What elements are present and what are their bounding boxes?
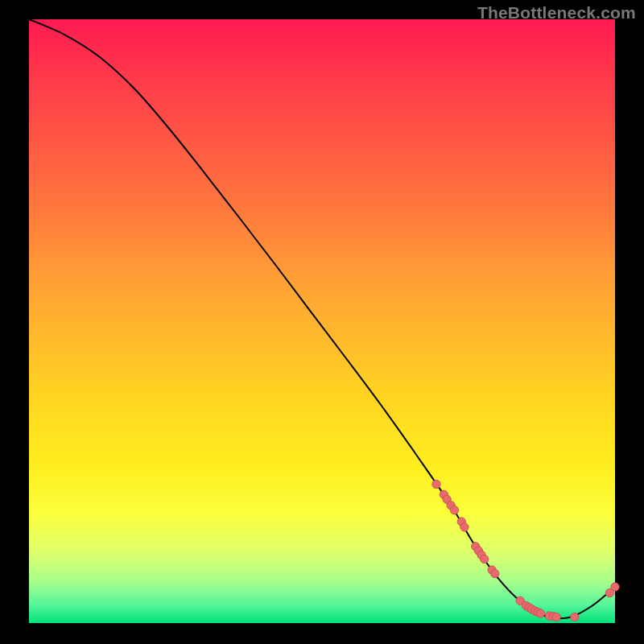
data-marker xyxy=(552,613,560,621)
chart-svg xyxy=(29,19,615,623)
bottleneck-curve xyxy=(29,19,615,618)
chart-frame: TheBottleneck.com xyxy=(0,0,644,644)
data-marker xyxy=(536,609,544,617)
data-marker xyxy=(460,523,469,531)
marker-layer xyxy=(432,480,619,621)
plot-area xyxy=(29,19,615,623)
data-marker xyxy=(571,613,579,621)
data-marker xyxy=(491,569,499,577)
data-marker xyxy=(450,506,458,514)
watermark-label: TheBottleneck.com xyxy=(477,3,636,23)
data-marker xyxy=(481,555,489,563)
data-marker xyxy=(611,583,619,591)
data-marker xyxy=(432,480,440,488)
